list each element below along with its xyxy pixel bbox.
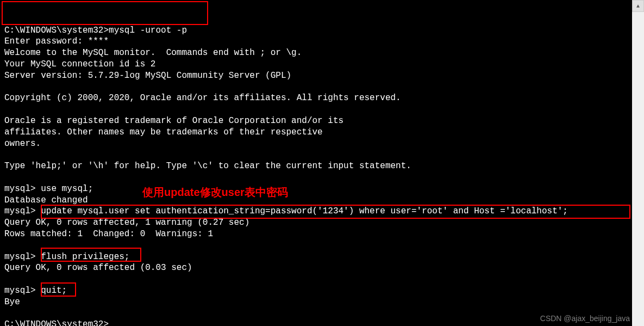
- terminal-line: [4, 274, 628, 285]
- terminal-line: [4, 104, 628, 115]
- terminal-line: mysql> update mysql.user set authenticat…: [4, 206, 628, 217]
- terminal-line: affiliates. Other names may be trademark…: [4, 127, 628, 138]
- terminal-line: mysql> quit;: [4, 285, 628, 297]
- annotation-text: 使用update修改user表中密码: [142, 185, 288, 199]
- scroll-up-button[interactable]: ▲: [632, 0, 644, 12]
- terminal-content: C:\WINDOWS\system32>mysql -uroot -pEnter…: [4, 25, 628, 326]
- terminal-line: Server version: 5.7.29-log MySQL Communi…: [4, 70, 628, 82]
- highlight-box-login: [2, 1, 208, 25]
- terminal-line: Copyright (c) 2000, 2020, Oracle and/or …: [4, 93, 628, 104]
- terminal-line: [4, 240, 628, 251]
- terminal-line: Oracle is a registered trademark of Orac…: [4, 115, 628, 127]
- terminal-line: [4, 308, 628, 319]
- terminal-line: Your MySQL connection id is 2: [4, 59, 628, 70]
- terminal-line: [4, 82, 628, 93]
- terminal-line: C:\WINDOWS\system32>: [4, 319, 628, 326]
- vertical-scrollbar[interactable]: ▲: [632, 0, 644, 326]
- terminal-line: Bye: [4, 297, 628, 308]
- terminal-line: Enter password: ****: [4, 36, 628, 47]
- chevron-up-icon: ▲: [636, 3, 640, 9]
- terminal-line: mysql> use mysql;: [4, 183, 628, 195]
- terminal-line: Query OK, 0 rows affected, 1 warning (0.…: [4, 217, 628, 229]
- terminal-line: Rows matched: 1 Changed: 0 Warnings: 1: [4, 229, 628, 240]
- terminal-line: Welcome to the MySQL monitor. Commands e…: [4, 47, 628, 59]
- terminal-line: Database changed: [4, 195, 628, 206]
- terminal-window[interactable]: C:\WINDOWS\system32>mysql -uroot -pEnter…: [0, 0, 632, 326]
- terminal-line: Query OK, 0 rows affected (0.03 sec): [4, 262, 628, 274]
- watermark-text: CSDN @ajax_beijing_java: [540, 314, 630, 323]
- terminal-line: C:\WINDOWS\system32>mysql -uroot -p: [4, 25, 628, 36]
- terminal-line: Type 'help;' or '\h' for help. Type '\c'…: [4, 161, 628, 172]
- terminal-line: mysql> flush privileges;: [4, 251, 628, 263]
- terminal-line: owners.: [4, 138, 628, 150]
- terminal-line: [4, 172, 628, 183]
- terminal-line: [4, 149, 628, 161]
